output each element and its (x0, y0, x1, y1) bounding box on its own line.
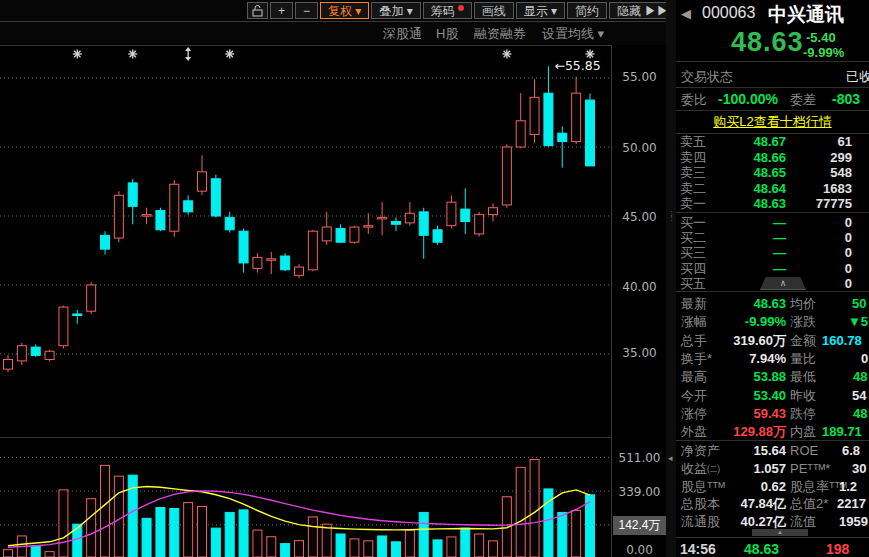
candle-up[interactable] (87, 282, 96, 314)
overlay-button[interactable]: 叠加 ▾ (371, 2, 420, 19)
candle-up[interactable] (516, 93, 525, 148)
candle-up[interactable] (350, 226, 359, 244)
candle-down[interactable] (73, 310, 82, 324)
volume-bar[interactable] (516, 467, 525, 557)
candle-up[interactable] (475, 212, 484, 237)
candle-down[interactable] (225, 212, 234, 233)
candle-down[interactable] (391, 217, 400, 231)
candle-down[interactable] (211, 175, 220, 218)
candle-down[interactable] (433, 226, 442, 245)
candle-down[interactable] (461, 188, 470, 234)
bid-price[interactable]: — (716, 230, 786, 245)
volume-bar[interactable] (4, 550, 13, 557)
volume-bar[interactable] (31, 546, 40, 557)
display-button[interactable]: 显示 ▾ (516, 2, 565, 19)
ask-price[interactable]: 48.64 (716, 181, 786, 196)
candle-up[interactable] (142, 208, 151, 225)
candle-up[interactable] (322, 212, 331, 245)
collapse-panel-button[interactable]: ▲ (752, 529, 808, 536)
volume-bar[interactable] (225, 512, 234, 557)
volume-bar[interactable] (294, 541, 303, 557)
bid-price[interactable]: — (716, 261, 786, 276)
volume-bar[interactable] (197, 507, 206, 557)
ask-price[interactable]: 48.63 (716, 196, 786, 211)
candle-up[interactable] (253, 253, 262, 272)
volume-bar[interactable] (308, 517, 317, 557)
volume-chart[interactable] (0, 438, 611, 557)
volume-bar[interactable] (142, 518, 151, 557)
bid-price[interactable]: — (716, 215, 786, 230)
candle-up[interactable] (59, 306, 68, 349)
candle-up[interactable] (170, 180, 179, 237)
bid-price[interactable]: — (716, 245, 786, 260)
candle-up[interactable] (114, 191, 123, 242)
candle-up[interactable] (45, 350, 54, 361)
candle-up[interactable] (267, 252, 276, 274)
ask-price[interactable]: 48.66 (716, 150, 786, 165)
volume-bar[interactable] (488, 541, 497, 557)
candle-down[interactable] (419, 208, 428, 259)
candle-up[interactable] (308, 230, 317, 271)
candle-down[interactable] (184, 195, 193, 214)
volume-bar[interactable] (170, 509, 179, 557)
candle-down[interactable] (336, 224, 345, 242)
candle-down[interactable] (281, 253, 290, 271)
candle-down[interactable] (100, 231, 109, 254)
lock-button[interactable] (247, 2, 268, 19)
expand-orderbook-button[interactable]: ∧ (760, 277, 806, 290)
volume-bar[interactable] (350, 539, 359, 557)
volume-bar[interactable] (419, 512, 428, 557)
candle-up[interactable] (530, 79, 539, 142)
back-arrow-icon[interactable]: ◀ (681, 6, 691, 21)
zoom-out-button[interactable]: − (295, 2, 318, 19)
kline-chart[interactable]: ←55.85 (0, 46, 611, 437)
candle-up[interactable] (572, 77, 581, 145)
link-ma-settings[interactable]: 设置均线 ▾ (542, 23, 604, 45)
volume-bar[interactable] (184, 503, 193, 557)
volume-bar[interactable] (281, 544, 290, 557)
volume-bar[interactable] (475, 534, 484, 557)
ask-price[interactable]: 48.67 (716, 134, 786, 149)
candle-up[interactable] (447, 195, 456, 228)
volume-bar[interactable] (114, 476, 123, 557)
volume-bar[interactable] (364, 541, 373, 557)
volume-bar[interactable] (253, 530, 262, 557)
link-shenzhen-connect[interactable]: 深股通 (383, 23, 422, 45)
candle-down[interactable] (128, 179, 137, 225)
volume-bar[interactable] (100, 465, 109, 557)
candle-down[interactable] (156, 208, 165, 231)
volume-bar[interactable] (87, 499, 96, 557)
volume-bar[interactable] (156, 508, 165, 557)
volume-bar[interactable] (211, 528, 220, 557)
volume-bar[interactable] (73, 524, 82, 557)
candle-down[interactable] (558, 126, 567, 167)
link-h-share[interactable]: H股 (436, 23, 458, 45)
adjust-price-button[interactable]: 复权 ▾ (320, 2, 369, 19)
zoom-in-button[interactable]: + (270, 2, 293, 19)
candle-up[interactable] (4, 355, 13, 372)
candle-down[interactable] (31, 344, 40, 356)
chips-button[interactable]: 筹码 (423, 2, 472, 19)
candle-up[interactable] (364, 213, 373, 234)
volume-bar[interactable] (572, 510, 581, 557)
ask-price[interactable]: 48.65 (716, 165, 786, 180)
volume-bar[interactable] (336, 534, 345, 557)
volume-bar[interactable] (447, 537, 456, 557)
volume-bar[interactable] (267, 537, 276, 557)
volume-bar[interactable] (558, 512, 567, 557)
volume-bar[interactable] (461, 528, 470, 557)
volume-bar[interactable] (59, 490, 68, 557)
volume-bar[interactable] (433, 540, 442, 557)
candle-up[interactable] (197, 155, 206, 195)
volume-bar[interactable] (405, 530, 414, 557)
volume-bar[interactable] (530, 460, 539, 557)
candle-down[interactable] (239, 228, 248, 272)
candle-down[interactable] (544, 66, 553, 147)
candle-down[interactable] (585, 93, 594, 165)
candle-up[interactable] (294, 264, 303, 278)
volume-bar[interactable] (378, 536, 387, 557)
simple-mode-button[interactable]: 简约 (567, 2, 607, 19)
candle-up[interactable] (502, 144, 511, 207)
volume-bar[interactable] (45, 552, 54, 557)
splitter-arrow-icon[interactable]: ◂ (668, 456, 674, 460)
